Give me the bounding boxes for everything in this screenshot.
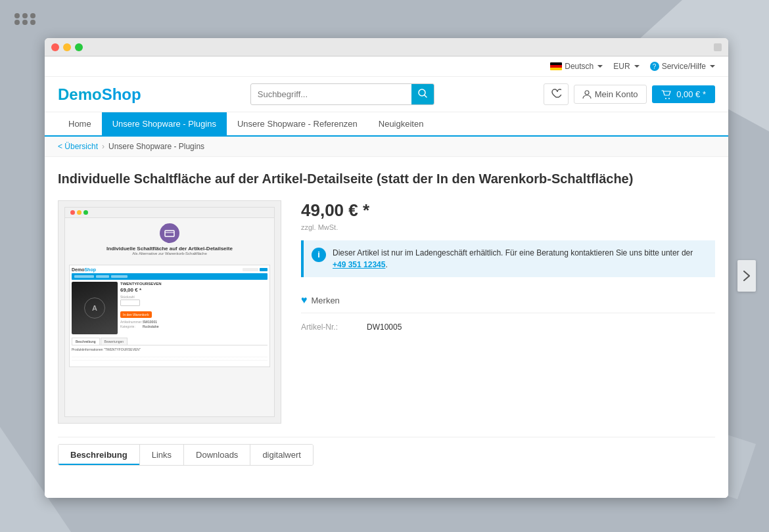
breadcrumb-separator: › bbox=[102, 142, 105, 151]
language-label: Deutsch bbox=[565, 62, 594, 71]
tab-beschreibung[interactable]: Beschreibung bbox=[58, 445, 140, 465]
info-box: i Dieser Artikel ist nur im Ladengeschäf… bbox=[301, 240, 715, 277]
service-label: Service/Hilfe bbox=[662, 62, 706, 71]
currency-chevron-icon bbox=[634, 65, 640, 68]
os-window: Deutsch EUR ? Service/Hilfe DemoShop bbox=[45, 38, 728, 498]
product-price: 49,00 € * bbox=[301, 200, 715, 221]
language-selector[interactable]: Deutsch bbox=[550, 62, 603, 71]
account-button[interactable]: Mein Konto bbox=[574, 85, 647, 104]
svg-point-8 bbox=[585, 91, 589, 95]
screenshot-title: Individuelle Schaltfläche auf der Artike… bbox=[70, 246, 269, 252]
product-detail-right: 49,00 € * zzgl. MwSt. i Dieser Artikel i… bbox=[301, 200, 715, 424]
screenshot-add-btn: In den Warenkorb bbox=[120, 311, 152, 318]
wishlist-button[interactable] bbox=[544, 83, 569, 105]
top-bar: Deutsch EUR ? Service/Hilfe bbox=[45, 56, 728, 77]
site-logo[interactable]: DemoShop bbox=[58, 85, 141, 104]
svg-point-1 bbox=[22, 13, 28, 18]
cart-label: 0,00 € * bbox=[676, 89, 706, 99]
currency-selector[interactable]: EUR bbox=[613, 62, 639, 71]
product-tabs: Beschreibung Links Downloads digitalwert bbox=[58, 437, 715, 466]
vat-note: zzgl. MwSt. bbox=[301, 223, 715, 231]
next-arrow[interactable] bbox=[737, 260, 756, 292]
search-button[interactable] bbox=[411, 84, 434, 104]
language-chevron-icon bbox=[597, 65, 603, 68]
german-flag-icon bbox=[550, 62, 562, 70]
article-nr-label: Artikel-Nr.: bbox=[301, 322, 367, 332]
question-icon: ? bbox=[650, 62, 659, 71]
info-icon: i bbox=[312, 248, 326, 262]
os-logo bbox=[13, 12, 37, 26]
search-bar bbox=[250, 83, 434, 105]
nav-item-plugins[interactable]: Unsere Shopware - Plugins bbox=[102, 112, 227, 137]
article-info: Artikel-Nr.: DW10005 bbox=[301, 322, 715, 332]
tab-links[interactable]: Links bbox=[140, 445, 184, 465]
logo-shop-text: Shop bbox=[102, 85, 141, 103]
svg-line-7 bbox=[425, 95, 427, 97]
minimize-button[interactable] bbox=[63, 43, 71, 51]
service-chevron-icon bbox=[710, 65, 715, 68]
breadcrumb-back[interactable]: < Übersicht bbox=[58, 142, 98, 151]
screenshot-product-name: TWENTYFOURSEVEN bbox=[120, 282, 268, 286]
breadcrumb: < Übersicht › Unsere Shopware - Plugins bbox=[45, 137, 728, 157]
close-button[interactable] bbox=[51, 43, 59, 51]
nav-item-referenzen[interactable]: Unsere Shopware - Referenzen bbox=[227, 112, 368, 137]
header-actions: Mein Konto 0,00 € * bbox=[544, 83, 715, 105]
window-close-icon[interactable] bbox=[714, 43, 722, 51]
svg-point-2 bbox=[30, 13, 35, 18]
product-page: Individuelle Schaltfläche auf der Artike… bbox=[45, 157, 728, 498]
info-phone-link[interactable]: +49 351 12345 bbox=[333, 260, 385, 269]
maximize-button[interactable] bbox=[75, 43, 83, 51]
wishlist-action[interactable]: ♥ Merken bbox=[301, 288, 715, 313]
main-nav: Home Unsere Shopware - Plugins Unsere Sh… bbox=[45, 112, 728, 137]
svg-rect-11 bbox=[165, 231, 174, 236]
heart-icon: ♥ bbox=[301, 294, 308, 306]
screenshot-subtitle: Als Alternative zur Warenkorb-Schaltfläc… bbox=[70, 252, 269, 255]
screenshot-tab1: Beschreibung bbox=[72, 338, 100, 345]
browser-content: Deutsch EUR ? Service/Hilfe DemoShop bbox=[45, 56, 728, 498]
traffic-lights bbox=[51, 43, 83, 51]
svg-point-0 bbox=[14, 13, 20, 18]
wishlist-label: Merken bbox=[312, 296, 340, 305]
nav-item-home[interactable]: Home bbox=[58, 112, 102, 137]
svg-point-3 bbox=[14, 20, 20, 25]
tab-digitalwert[interactable]: digitalwert bbox=[250, 445, 313, 465]
cart-button[interactable]: 0,00 € * bbox=[652, 85, 715, 104]
service-link[interactable]: ? Service/Hilfe bbox=[650, 62, 715, 71]
screenshot-product-price: 69,00 € * bbox=[120, 287, 268, 293]
svg-point-5 bbox=[30, 20, 35, 25]
product-image-area: Individuelle Schaltfläche auf der Artike… bbox=[58, 200, 281, 424]
screenshot-desc: Produktinformationen "TWENTYFOURSEVEN" bbox=[72, 345, 268, 354]
product-body: Individuelle Schaltfläche auf der Artike… bbox=[58, 200, 715, 424]
search-input[interactable] bbox=[251, 85, 411, 103]
breadcrumb-current: Unsere Shopware - Plugins bbox=[108, 142, 204, 151]
product-screenshot: Individuelle Schaltfläche auf der Artike… bbox=[64, 207, 275, 417]
nav-item-neuigkeiten[interactable]: Neuigkeiten bbox=[368, 112, 434, 137]
article-nr-value: DW10005 bbox=[367, 322, 402, 332]
product-title: Individuelle Schaltfläche auf der Artike… bbox=[58, 170, 715, 187]
logo-demo-text: Demo bbox=[58, 85, 102, 103]
product-image-box: Individuelle Schaltfläche auf der Artike… bbox=[58, 200, 281, 424]
svg-point-4 bbox=[22, 20, 28, 25]
screenshot-tab2: Bewertungen bbox=[101, 338, 128, 345]
title-bar bbox=[45, 38, 728, 56]
site-header: DemoShop Mein Konto 0,00 € * bbox=[45, 77, 728, 112]
svg-point-9 bbox=[665, 98, 666, 99]
account-label: Mein Konto bbox=[595, 89, 638, 99]
tab-downloads[interactable]: Downloads bbox=[184, 445, 250, 465]
svg-point-10 bbox=[668, 98, 670, 99]
currency-label: EUR bbox=[613, 62, 630, 71]
tab-list: Beschreibung Links Downloads digitalwert bbox=[58, 444, 314, 466]
info-text: Dieser Artikel ist nur im Ladengeschäft … bbox=[333, 247, 707, 271]
